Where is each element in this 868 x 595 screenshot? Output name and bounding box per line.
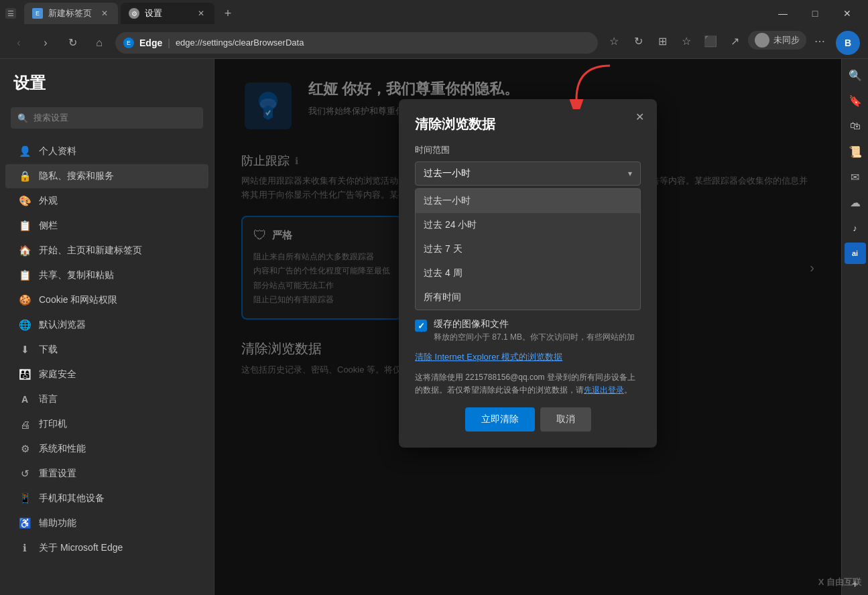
time-range-dropdown[interactable]: 过去一小时 ▾ <box>415 161 641 186</box>
search-placeholder: 搜索设置 <box>34 112 68 124</box>
sidebar-item-label: 默认浏览器 <box>39 319 86 331</box>
sidebar-item-newtab[interactable]: 🏠 开始、主页和新建标签页 <box>5 239 208 263</box>
checkbox-label: 缓存的图像和文件 <box>434 318 635 330</box>
address-favicon: E <box>123 38 134 48</box>
home-button[interactable]: ⌂ <box>88 32 110 54</box>
minimize-button[interactable]: — <box>767 3 798 24</box>
newtab-icon: 🏠 <box>19 245 31 257</box>
dropdown-item-1hour[interactable]: 过去一小时 <box>416 189 640 213</box>
sidebar-item-profile[interactable]: 👤 个人资料 <box>5 139 208 163</box>
dropdown-item-4weeks[interactable]: 过去 4 周 <box>416 261 640 285</box>
sidebar-item-mobile[interactable]: 📱 手机和其他设备 <box>5 486 208 511</box>
sidebar-item-default-browser[interactable]: 🌐 默认浏览器 <box>5 313 208 337</box>
reset-icon: ↺ <box>19 468 31 480</box>
about-icon: ℹ <box>19 542 31 554</box>
sidebar-item-label: 下载 <box>39 344 58 356</box>
sidebar-tiktok-icon[interactable]: ♪ <box>845 217 866 239</box>
modal-buttons: 立即清除 取消 <box>415 407 641 432</box>
split-screen-button[interactable]: ⊞ <box>652 31 673 52</box>
sidebar-item-label: 语言 <box>39 393 58 405</box>
maximize-button[interactable]: □ <box>800 3 830 24</box>
cancel-button[interactable]: 取消 <box>540 407 591 432</box>
cookies-icon: 🍪 <box>19 294 31 306</box>
new-tab-close[interactable]: ✕ <box>99 8 110 19</box>
sidebar-item-printer[interactable]: 🖨 打印机 <box>5 412 208 436</box>
sidebar-item-downloads[interactable]: ⬇ 下载 <box>5 338 208 362</box>
collections-button[interactable]: ↻ <box>627 31 649 52</box>
dropdown-selected-value: 过去一小时 <box>424 168 471 180</box>
logout-link[interactable]: 先退出登录 <box>584 385 624 395</box>
sidebar-toggle[interactable]: ☰ <box>5 8 16 19</box>
new-tab-tab[interactable]: E 新建标签页 ✕ <box>24 3 118 24</box>
sidebar-item-reset[interactable]: ↺ 重置设置 <box>5 462 208 486</box>
address-brand: Edge <box>139 38 162 48</box>
dropdown-item-alltime[interactable]: 所有时间 <box>416 285 640 310</box>
sidebar-item-label: 关于 Microsoft Edge <box>39 542 123 554</box>
sidebar-bookmark-icon[interactable]: 🔖 <box>845 90 866 111</box>
forward-button[interactable]: › <box>35 32 56 54</box>
sidebar-item-sidebar[interactable]: 📋 侧栏 <box>5 214 208 238</box>
sidebar-item-label: 共享、复制和粘贴 <box>39 269 114 281</box>
refresh-button[interactable]: ↻ <box>62 32 83 54</box>
settings-more-button[interactable]: ⋯ <box>809 31 830 52</box>
sidebar-bag-icon[interactable]: 🛍 <box>845 115 866 137</box>
privacy-icon: 🔒 <box>19 170 31 182</box>
new-tab-button[interactable]: + <box>217 3 239 24</box>
settings-sidebar: 设置 🔍 搜索设置 👤 个人资料 🔒 隐私、搜索和服务 🎨 外观 📋 侧栏 <box>0 59 214 595</box>
new-tab-label: 新建标签页 <box>48 7 92 19</box>
sidebar-item-family[interactable]: 👨‍👩‍👧 家庭安全 <box>5 362 208 387</box>
sidebar-item-appearance[interactable]: 🎨 外观 <box>5 189 208 213</box>
address-url: edge://settings/clearBrowserData <box>176 38 304 48</box>
cache-checkbox[interactable]: ✓ <box>415 320 427 332</box>
sidebar-item-label: 隐私、搜索和服务 <box>39 170 114 182</box>
confirm-clear-button[interactable]: 立即清除 <box>465 407 535 432</box>
profile-button[interactable]: 未同步 <box>748 31 806 50</box>
close-button[interactable]: ✕ <box>832 3 863 24</box>
language-icon: A <box>19 393 31 405</box>
address-bar[interactable]: E Edge | edge://settings/clearBrowserDat… <box>115 32 598 54</box>
reading-view-button[interactable]: ☆ <box>676 31 697 52</box>
save-button[interactable]: ⬛ <box>700 31 721 52</box>
settings-tab[interactable]: ⚙ 设置 ✕ <box>121 3 214 24</box>
settings-tab-favicon: ⚙ <box>129 8 139 19</box>
share-button[interactable]: ↗ <box>724 31 745 52</box>
modal-close-button[interactable]: ✕ <box>630 107 649 126</box>
right-sidebar: 🔍 🔖 🛍 📜 ✉ ☁ ♪ ai + <box>841 59 868 595</box>
sidebar-item-about[interactable]: ℹ 关于 Microsoft Edge <box>5 536 208 560</box>
ie-mode-link[interactable]: 清除 Internet Explorer 模式的浏览数据 <box>415 351 641 363</box>
system-icon: ⚙ <box>19 443 31 455</box>
sidebar-email-icon[interactable]: ✉ <box>845 166 866 188</box>
sidebar-item-label: 家庭安全 <box>39 369 76 381</box>
sidebar-item-label: 侧栏 <box>39 220 58 232</box>
settings-tab-close[interactable]: ✕ <box>196 8 206 19</box>
sidebar-cloud-icon[interactable]: ☁ <box>845 192 866 213</box>
window-controls: — □ ✕ <box>767 3 863 24</box>
sidebar-zoom-icon[interactable]: 🔍 <box>845 64 866 86</box>
time-range-label: 时间范围 <box>415 144 641 156</box>
accessibility-icon: ♿ <box>19 517 31 529</box>
window-controls-mac: ☰ <box>5 8 16 19</box>
search-icon: 🔍 <box>17 113 28 123</box>
sidebar-item-cookies[interactable]: 🍪 Cookie 和网站权限 <box>5 288 208 312</box>
dropdown-item-7days[interactable]: 过去 7 天 <box>416 237 640 261</box>
sidebar-item-system[interactable]: ⚙ 系统和性能 <box>5 437 208 461</box>
sidebar-history-icon[interactable]: 📜 <box>845 141 866 162</box>
dropdown-item-24hours[interactable]: 过去 24 小时 <box>416 213 640 237</box>
sidebar-item-privacy[interactable]: 🔒 隐私、搜索和服务 <box>5 164 208 188</box>
bing-button[interactable]: B <box>836 31 860 55</box>
sidebar-app-icon[interactable]: ai <box>845 243 866 264</box>
dropdown-menu: 过去一小时 过去 24 小时 过去 7 天 过去 4 周 所有时间 <box>415 188 641 310</box>
red-arrow <box>563 62 617 109</box>
settings-search[interactable]: 🔍 搜索设置 <box>11 107 203 129</box>
profile-avatar <box>755 33 769 48</box>
sidebar-item-accessibility[interactable]: ♿ 辅助功能 <box>5 511 208 535</box>
checkbox-sublabel: 释放的空间小于 87.1 MB。你下次访问时，有些网站的加 <box>434 332 635 343</box>
sidebar-item-language[interactable]: A 语言 <box>5 387 208 411</box>
favorites-button[interactable]: ☆ <box>603 31 625 52</box>
sidebar-item-share[interactable]: 📋 共享、复制和粘贴 <box>5 263 208 287</box>
profile-label: 未同步 <box>773 34 800 46</box>
back-button[interactable]: ‹ <box>8 32 29 54</box>
checkbox-text: 缓存的图像和文件 释放的空间小于 87.1 MB。你下次访问时，有些网站的加 <box>434 318 635 343</box>
sidebar-title: 设置 <box>0 72 214 107</box>
sidebar-item-label: 系统和性能 <box>39 443 86 455</box>
